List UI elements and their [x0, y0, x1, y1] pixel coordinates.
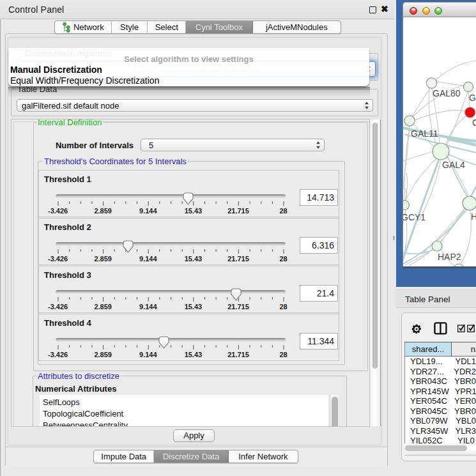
svg-text:GCY1: GCY1 [403, 212, 426, 222]
svg-text:HAP2: HAP2 [438, 252, 461, 262]
svg-text:GA: GA [469, 93, 476, 103]
svg-text:H: H [471, 211, 476, 222]
svg-text:GAL4: GAL4 [442, 160, 465, 170]
svg-text:GAL11: GAL11 [411, 128, 438, 139]
svg-text:GAL80: GAL80 [433, 88, 461, 98]
svg-text:C: C [472, 118, 476, 128]
